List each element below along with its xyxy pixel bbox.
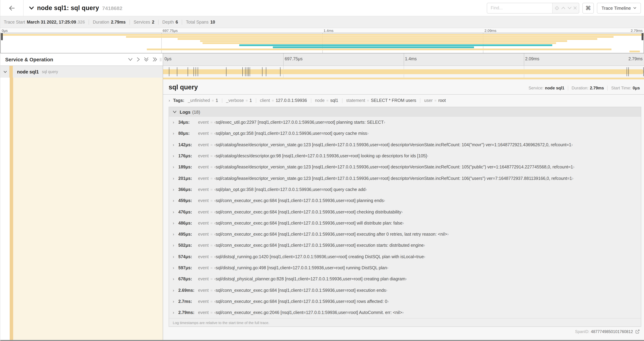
time-tick-label: 2.09ms <box>525 57 540 61</box>
tags-row[interactable]: › Tags: _unfinished=1_verbose=1client=12… <box>163 95 644 106</box>
expand-caret-icon[interactable]: › <box>173 277 178 281</box>
minimap-span-bar <box>239 44 552 46</box>
logs-count: (18) <box>192 109 200 115</box>
expand-caret-icon[interactable]: › <box>173 120 178 125</box>
expand-caret-icon[interactable]: › <box>173 165 178 170</box>
equals-sign: = <box>210 210 212 214</box>
log-row[interactable]: ›486μs:event=‹sql/conn_executor_exec.go:… <box>169 217 641 229</box>
expand-caret-icon[interactable]: › <box>173 154 178 158</box>
close-quote: › <box>424 254 425 259</box>
meta-label: Service: <box>528 86 544 91</box>
log-row[interactable]: ›366μs:event=‹sql/plan_opt.go:358 [nsql1… <box>169 184 641 195</box>
info-label: Services <box>134 20 150 25</box>
expand-caret-icon[interactable]: › <box>173 288 178 293</box>
open-quote: ‹ <box>214 120 216 125</box>
info-label: Trace Start <box>4 20 25 25</box>
log-timestamp: 366μs: <box>178 187 198 192</box>
log-field-value: ‹sql/distsql_running.go:1420 [nsql1,clie… <box>214 254 425 259</box>
column-splitter[interactable] <box>160 58 161 61</box>
equals-sign: = <box>210 254 212 259</box>
log-row[interactable]: ›189μs:event=‹sql/catalog/lease/descript… <box>169 161 641 173</box>
open-quote: ‹ <box>214 288 216 293</box>
span-duration-bar[interactable] <box>163 69 644 74</box>
back-arrow-icon <box>9 5 15 11</box>
keyboard-shortcuts-button[interactable]: ⌘ <box>582 3 594 13</box>
expand-caret-icon[interactable]: › <box>173 254 178 259</box>
expand-caret-icon[interactable]: › <box>173 176 178 181</box>
expand-caret-icon[interactable]: › <box>173 198 178 203</box>
collapse-all-icon[interactable] <box>144 57 148 62</box>
meta-value: 0μs <box>633 86 640 91</box>
span-detail-region: sql query Service:node sql1Duration:2.79… <box>0 78 644 340</box>
log-timestamp: 459μs: <box>178 198 198 203</box>
expand-caret-icon[interactable]: › <box>173 265 178 270</box>
tag-value: 1 <box>216 98 218 103</box>
gridline <box>524 53 524 66</box>
log-field-key: event <box>198 299 208 304</box>
log-row[interactable]: ›495μs:event=‹sql/conn_executor_exec.go:… <box>169 229 641 240</box>
log-row[interactable]: ›142μs:event=‹sql/catalog/lease/descript… <box>169 139 641 150</box>
find-clear-icon[interactable] <box>574 6 577 10</box>
find-prev-icon[interactable] <box>561 7 566 9</box>
expand-one-icon[interactable] <box>137 57 140 62</box>
find-next-icon[interactable] <box>567 7 572 9</box>
log-field-key: event <box>198 310 208 315</box>
log-timestamp: 495μs: <box>178 232 198 237</box>
log-row[interactable]: ›678μs:event=‹sql/distsql_physical_plann… <box>169 273 641 285</box>
span-row-timeline-cell[interactable] <box>163 66 644 78</box>
open-quote: ‹ <box>214 209 216 214</box>
minimap-left-drag-handle[interactable] <box>1 33 3 40</box>
locate-icon[interactable] <box>555 6 559 10</box>
collapse-one-icon[interactable] <box>128 58 132 61</box>
log-timestamp: 201μs: <box>178 176 198 181</box>
log-row[interactable]: ›476μs:event=‹sql/conn_executor_exec.go:… <box>169 206 641 218</box>
log-row[interactable]: ›597μs:event=‹sql/distsql_running.go:498… <box>169 262 641 274</box>
logs-header[interactable]: Logs (18) <box>169 107 641 117</box>
logs-collapse-caret-icon[interactable] <box>173 111 176 113</box>
tag-key: _unfinished <box>188 98 210 103</box>
open-quote: ‹ <box>214 243 216 248</box>
expand-caret-icon[interactable]: › <box>173 232 178 237</box>
log-row[interactable]: ›34μs:event=‹sql/exec_util.go:2297 [nsql… <box>169 117 641 128</box>
log-row[interactable]: ›80μs:event=‹sql/plan_opt.go:358 [nsql1,… <box>169 128 641 139</box>
minimap-canvas[interactable] <box>0 33 644 53</box>
log-timestamp: 2.69ms: <box>178 288 198 293</box>
expand-caret-icon[interactable]: › <box>173 243 178 248</box>
find-input[interactable] <box>487 3 552 13</box>
log-field-value: ‹sql/conn_executor_exec.go:684 [nsql1,cl… <box>214 299 389 304</box>
log-field-key: event <box>198 288 208 293</box>
log-row[interactable]: ›502μs:event=‹sql/conn_executor_exec.go:… <box>169 240 641 251</box>
expand-caret-icon[interactable]: › <box>173 131 178 136</box>
log-field-value: ‹sql/conn_executor_exec.go:684 [nsql1,cl… <box>214 232 449 237</box>
log-row[interactable]: ›176μs:event=‹sql/catalog/descs/descript… <box>169 150 641 162</box>
log-row[interactable]: ›2.69ms:event=‹sql/conn_executor_exec.go… <box>169 285 641 296</box>
log-row[interactable]: ›2.7ms:event=‹sql/conn_executor_exec.go:… <box>169 296 641 307</box>
expand-all-icon[interactable] <box>153 57 157 62</box>
expand-caret-icon[interactable]: › <box>173 187 178 192</box>
expand-caret-icon[interactable]: › <box>173 209 178 214</box>
back-button[interactable] <box>0 0 24 16</box>
trace-info-item: Services2 <box>134 20 154 25</box>
equals-sign: = <box>210 199 212 203</box>
minimap-span-bar <box>126 36 613 38</box>
span-detail-panel: sql query Service:node sql1Duration:2.79… <box>163 78 644 340</box>
span-collapse-chevron-icon[interactable] <box>4 71 7 73</box>
tags-expand-caret-icon[interactable]: › <box>168 98 170 103</box>
detail-meta: Service:node sql1Duration:2.79msStart Ti… <box>528 86 640 91</box>
span-row-name-cell[interactable]: node sql1 sql query <box>0 66 163 78</box>
log-row[interactable]: ›459μs:event=‹sql/conn_executor_exec.go:… <box>169 195 641 206</box>
log-row[interactable]: ›574μs:event=‹sql/distsql_running.go:142… <box>169 251 641 262</box>
log-row[interactable]: ›2.79ms:event=‹sql/conn_executor_exec.go… <box>169 307 641 318</box>
separator <box>182 20 182 25</box>
expand-caret-icon[interactable]: › <box>173 221 178 226</box>
equals-sign: = <box>210 132 212 136</box>
expand-caret-icon[interactable]: › <box>173 142 178 147</box>
log-row[interactable]: ›201μs:event=‹sql/catalog/lease/descript… <box>169 173 641 184</box>
log-field-value: ‹sql/conn_executor_exec.go:684 [nsql1,cl… <box>214 198 385 203</box>
trace-collapse-chevron-icon[interactable] <box>29 6 34 10</box>
expand-caret-icon[interactable]: › <box>173 299 178 304</box>
link-icon[interactable] <box>635 329 640 334</box>
expand-caret-icon[interactable]: › <box>173 310 178 315</box>
view-selector-button[interactable]: Trace Timeline <box>597 3 641 13</box>
minimap-right-drag-handle[interactable] <box>642 33 643 40</box>
